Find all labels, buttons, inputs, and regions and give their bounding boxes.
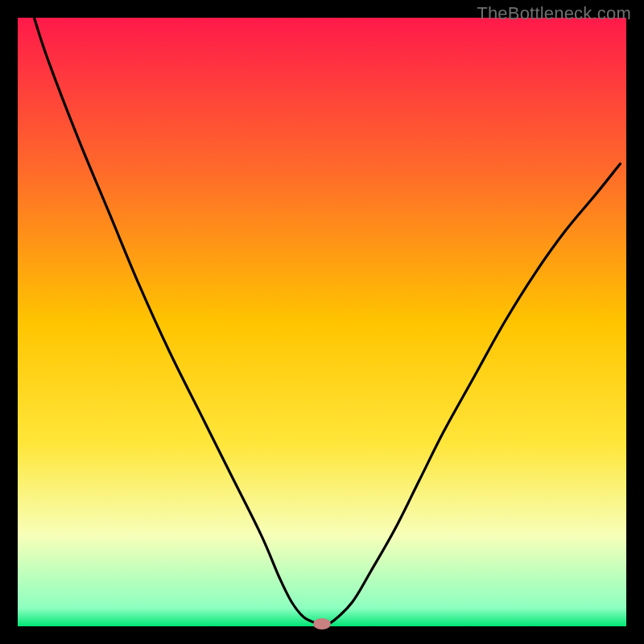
optimal-point-marker	[313, 618, 331, 630]
bottleneck-chart: TheBottleneck.com	[0, 0, 644, 644]
watermark: TheBottleneck.com	[477, 3, 631, 24]
chart-canvas	[0, 0, 644, 644]
chart-background	[18, 18, 626, 626]
